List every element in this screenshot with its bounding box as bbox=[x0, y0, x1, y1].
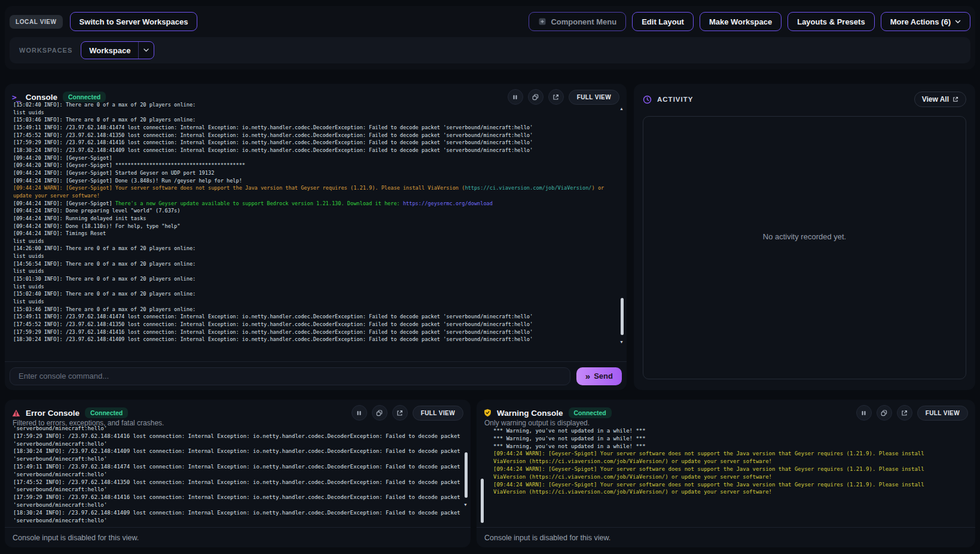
pause-button[interactable] bbox=[856, 405, 872, 421]
error-scrollbar-thumb[interactable] bbox=[465, 452, 468, 498]
warning-console-log[interactable]: *** Warning, you've not updated in a whi… bbox=[490, 427, 968, 527]
log-line: [09:44:24 INFO]: Timings Reset bbox=[13, 230, 611, 238]
warning-console-panel: Warning Console Connected FULL VIEW Only… bbox=[477, 400, 975, 547]
log-line: [15:02:40 INFO]: There are 0 of a max of… bbox=[13, 290, 611, 298]
log-line: list uuids bbox=[13, 109, 611, 117]
log-line: [18:30:24 INFO]: /23.97.62.148:41409 los… bbox=[13, 509, 459, 517]
log-line: [17:45:52 INFO]: /23.97.62.148:41350 los… bbox=[13, 321, 611, 328]
log-line: 'serverbound/minecraft:hello' bbox=[13, 440, 459, 448]
log-line: *** Warning, you've not updated in a whi… bbox=[493, 427, 964, 435]
console-input-disabled-note: Console input is disabled for this view. bbox=[5, 527, 471, 547]
console-panel: >_ Console Connected FULL VIEW [15:02:40… bbox=[5, 84, 627, 390]
log-line: [09:44:20 INFO]: [Geyser-Spigot] *******… bbox=[13, 162, 611, 169]
log-line: 'serverbound/minecraft:hello' bbox=[13, 486, 459, 494]
warning-scrollbar-thumb[interactable] bbox=[481, 479, 484, 523]
clock-icon bbox=[643, 95, 652, 104]
warning-console-title: Warning Console bbox=[497, 409, 563, 418]
log-line: [09:44:24 WARN]: [Geyser-Spigot] Your se… bbox=[493, 465, 964, 473]
workspace-select[interactable]: Workspace bbox=[81, 41, 154, 59]
header-card: LOCAL VIEW Switch to Server Workspaces C… bbox=[5, 6, 975, 69]
log-line: [09:44:24 INFO]: [Geyser-Spigot] Started… bbox=[13, 169, 611, 177]
log-line: [09:44:24 INFO]: Done preparing level "w… bbox=[13, 207, 611, 215]
console-log[interactable]: [15:02:40 INFO]: There are 0 of a max of… bbox=[8, 101, 616, 355]
log-line: 'serverbound/minecraft:hello' bbox=[13, 517, 459, 525]
open-external-button[interactable] bbox=[392, 405, 408, 421]
log-line: list uuids bbox=[13, 252, 611, 260]
log-line: [18:30:24 INFO]: /23.97.62.148:41409 los… bbox=[13, 147, 611, 154]
log-line: *** Warning, you've not updated in a whi… bbox=[493, 443, 964, 450]
layouts-presets-button[interactable]: Layouts & Presets bbox=[787, 12, 874, 31]
activity-empty-box: No activity recorded yet. bbox=[643, 116, 966, 379]
send-button[interactable]: » Send bbox=[576, 367, 622, 385]
console-scrollbar-thumb[interactable] bbox=[621, 298, 624, 335]
console-title: Console bbox=[26, 93, 57, 102]
view-all-label: View All bbox=[922, 95, 949, 104]
more-actions-button[interactable]: More Actions (6) bbox=[881, 12, 970, 31]
copy-button[interactable] bbox=[372, 405, 387, 421]
view-all-button[interactable]: View All bbox=[914, 92, 966, 107]
log-line: [15:01:30 INFO]: There are 0 of a max of… bbox=[13, 275, 611, 283]
log-line: ViaVersion (https://ci.viaversion.com/jo… bbox=[493, 458, 964, 465]
log-line: [09:44:24 WARN]: [Geyser-Spigot] Your se… bbox=[493, 481, 964, 489]
log-line: ViaVersion (https://ci.viaversion.com/jo… bbox=[493, 488, 964, 496]
log-line: [17:59:29 INFO]: /23.97.62.148:41416 los… bbox=[13, 139, 611, 147]
log-line: [14:26:00 INFO]: There are 0 of a max of… bbox=[13, 245, 611, 252]
log-line: [14:56:54 INFO]: There are 0 of a max of… bbox=[13, 260, 611, 268]
scroll-down-icon[interactable]: ▼ bbox=[619, 340, 624, 344]
log-line: [09:44:24 INFO]: [Geyser-Spigot] There's… bbox=[13, 200, 611, 208]
activity-empty-text: No activity recorded yet. bbox=[763, 232, 846, 241]
log-line: [15:02:40 INFO]: There are 0 of a max of… bbox=[13, 101, 611, 109]
switch-server-workspaces-button[interactable]: Switch to Server Workspaces bbox=[70, 12, 198, 31]
connected-badge: Connected bbox=[85, 407, 128, 418]
log-line: [09:44:24 WARN]: [Geyser-Spigot] Your se… bbox=[493, 450, 964, 458]
edit-layout-button[interactable]: Edit Layout bbox=[632, 12, 694, 31]
chevron-down-icon[interactable] bbox=[138, 42, 154, 59]
log-line: 'serverbound/minecraft:hello' bbox=[13, 471, 459, 479]
full-view-button[interactable]: FULL VIEW bbox=[413, 406, 463, 421]
log-line: [15:03:46 INFO]: There are 0 of a max of… bbox=[13, 306, 611, 313]
send-label: Send bbox=[594, 372, 613, 381]
toolbar-actions: Component Menu Edit Layout Make Workspac… bbox=[529, 12, 970, 31]
error-console-log[interactable]: 'serverbound/minecraft:hello'[17:59:29 I… bbox=[10, 425, 462, 527]
warning-console-subtitle: Only warning output is displayed. bbox=[484, 419, 590, 427]
log-line: [09:44:20 INFO]: [Geyser-Spigot] bbox=[13, 154, 611, 162]
log-line: [18:30:24 INFO]: /23.97.62.148:41409 los… bbox=[13, 448, 459, 455]
component-menu-label: Component Menu bbox=[551, 17, 616, 26]
error-console-title: Error Console bbox=[26, 409, 80, 418]
warning-shield-icon bbox=[484, 409, 491, 417]
double-chevron-icon: » bbox=[585, 371, 590, 381]
log-line: [17:59:29 INFO]: /23.97.62.148:41416 los… bbox=[13, 433, 459, 440]
log-line: [17:45:52 INFO]: /23.97.62.148:41350 los… bbox=[13, 132, 611, 139]
component-menu-button[interactable]: Component Menu bbox=[529, 12, 626, 31]
copy-button[interactable] bbox=[877, 405, 892, 421]
activity-panel: ACTIVITY View All No activity recorded y… bbox=[634, 84, 975, 390]
more-actions-label: More Actions (6) bbox=[890, 17, 951, 26]
full-view-button[interactable]: FULL VIEW bbox=[917, 406, 968, 421]
log-line: 'serverbound/minecraft:hello' bbox=[13, 425, 459, 433]
log-line: list uuids bbox=[13, 267, 611, 275]
log-line: [17:45:52 INFO]: /23.97.62.148:41350 los… bbox=[13, 479, 459, 486]
log-line: update your server software! bbox=[13, 192, 611, 200]
log-line: list uuids bbox=[13, 238, 611, 245]
log-line: [15:49:11 INFO]: /23.97.62.148:41474 los… bbox=[13, 463, 459, 471]
pause-button[interactable] bbox=[352, 405, 367, 421]
scroll-up-icon[interactable]: ▲ bbox=[619, 106, 624, 111]
log-line: [17:59:29 INFO]: /23.97.62.148:41416 los… bbox=[13, 494, 459, 501]
error-triangle-icon bbox=[12, 409, 20, 417]
scroll-down-icon[interactable]: ▼ bbox=[463, 503, 468, 507]
chevron-down-icon bbox=[955, 20, 961, 24]
console-command-input[interactable] bbox=[10, 367, 570, 385]
log-line: list uuids bbox=[13, 283, 611, 291]
log-line: 'serverbound/minecraft:hello' bbox=[13, 455, 459, 463]
log-line: [09:44:24 WARN]: [Geyser-Spigot] Your se… bbox=[13, 184, 611, 192]
log-line: [15:03:46 INFO]: There are 0 of a max of… bbox=[13, 116, 611, 124]
log-line: [15:49:11 INFO]: /23.97.62.148:41474 los… bbox=[13, 313, 611, 321]
log-line: list uuids bbox=[13, 298, 611, 306]
log-line: [09:44:24 INFO]: Running delayed init ta… bbox=[13, 215, 611, 223]
terminal-icon: >_ bbox=[12, 93, 20, 102]
workspaces-bar: WORKSPACES Workspace bbox=[10, 37, 970, 63]
make-workspace-button[interactable]: Make Workspace bbox=[700, 12, 781, 31]
log-line: ViaVersion (https://ci.viaversion.com/jo… bbox=[493, 473, 964, 481]
open-external-button[interactable] bbox=[897, 405, 912, 421]
top-toolbar: LOCAL VIEW Switch to Server Workspaces C… bbox=[10, 11, 970, 32]
